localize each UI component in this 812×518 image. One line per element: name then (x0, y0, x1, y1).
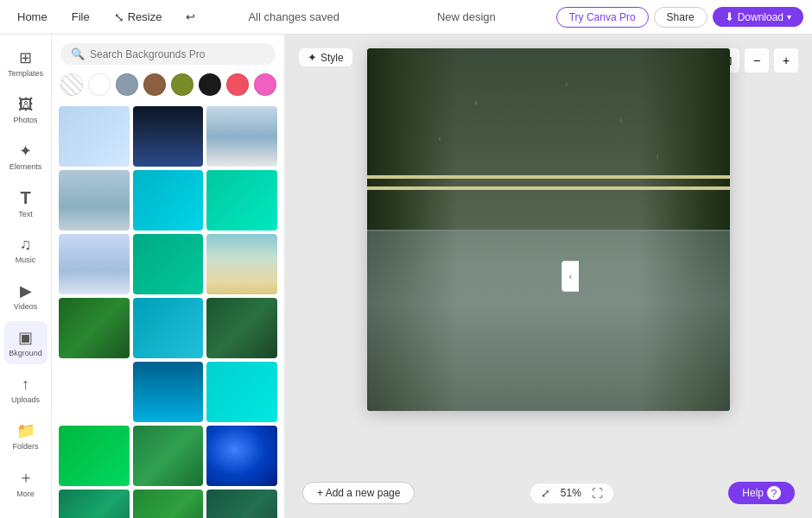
uploads-icon: ↑ (22, 376, 29, 394)
grid-row (59, 490, 277, 518)
zoom-in-btn[interactable]: + (774, 48, 798, 73)
bottom-bar: + Add a new page ⤢ 51% ⛶ Help ? (299, 482, 798, 504)
grid-row (59, 362, 277, 422)
bg-thumbnail[interactable] (133, 298, 204, 358)
text-icon: T (20, 188, 30, 208)
backgrounds-panel: 🔍 (52, 35, 285, 518)
add-page-btn[interactable]: + Add a new page (302, 482, 415, 504)
bg-thumbnail[interactable] (206, 426, 277, 486)
sidebar-label-elements: Elements (10, 162, 42, 171)
fullscreen-icon: ⛶ (592, 487, 603, 500)
templates-icon: ⊞ (19, 48, 32, 67)
bg-thumbnail[interactable] (59, 234, 130, 294)
sidebar-label-bkground: Bkground (9, 349, 42, 357)
design-title: New design (384, 10, 549, 23)
bg-thumbnail[interactable] (59, 298, 130, 358)
fullscreen-btn[interactable]: ⛶ (590, 487, 605, 500)
sidebar-label-folders: Folders (12, 442, 38, 451)
bg-thumbnail[interactable] (206, 298, 277, 358)
bg-thumbnail[interactable] (206, 170, 277, 231)
undo-btn[interactable]: ↩ (177, 7, 204, 27)
canvas-area: ✦ Style ⊞ − + ‹ + Add a new page ⤢ (285, 35, 812, 518)
download-chevron-icon: ▾ (787, 12, 791, 22)
canvas-image (367, 48, 730, 411)
swatch-black[interactable] (199, 73, 221, 96)
home-nav[interactable]: Home (9, 7, 56, 27)
sidebar-item-text[interactable]: T Text (4, 181, 48, 224)
swatch-coral[interactable] (226, 73, 249, 96)
videos-icon: ▶ (20, 281, 32, 300)
help-btn[interactable]: Help ? (728, 482, 795, 504)
sidebar-label-templates: Templates (8, 69, 43, 78)
music-icon: ♫ (20, 236, 32, 254)
style-icon: ✦ (308, 51, 317, 64)
sidebar-label-music: Music (16, 256, 36, 264)
search-icon: 🔍 (71, 47, 85, 60)
image-grid (52, 101, 284, 518)
sidebar-item-elements[interactable]: ✦ Elements (4, 135, 48, 178)
bg-thumbnail[interactable] (133, 170, 204, 231)
sidebar-label-more: More (16, 490, 35, 498)
zoom-percentage: 51% (557, 487, 585, 499)
bg-thumbnail[interactable] (133, 490, 204, 518)
zoom-out-btn[interactable]: − (745, 48, 769, 73)
color-swatches (52, 70, 284, 101)
forest-road-background (367, 48, 730, 411)
sidebar-item-photos[interactable]: 🖼 Photos (4, 88, 48, 131)
bg-thumbnail[interactable] (206, 362, 277, 422)
main-layout: ⊞ Templates 🖼 Photos ✦ Elements T Text ♫… (0, 35, 812, 518)
sidebar-label-videos: Videos (14, 302, 37, 311)
bg-thumbnail[interactable] (206, 234, 277, 294)
sidebar-item-bkground[interactable]: ▣ Bkground (4, 321, 48, 364)
sidebar-item-templates[interactable]: ⊞ Templates (4, 41, 48, 85)
bg-thumbnail[interactable] (59, 490, 130, 518)
style-badge[interactable]: ✦ Style (299, 48, 352, 66)
file-nav[interactable]: File (63, 7, 98, 27)
search-box[interactable]: 🔍 (60, 43, 276, 65)
grid-row (59, 106, 277, 167)
sidebar-label-uploads: Uploads (11, 395, 40, 404)
more-icon: ＋ (18, 467, 34, 488)
swatch-pink[interactable] (254, 73, 276, 96)
swatch-white[interactable] (88, 73, 111, 96)
bg-thumbnail[interactable] (133, 106, 204, 167)
sidebar-item-more[interactable]: ＋ More (4, 461, 48, 504)
question-icon: ? (767, 486, 781, 500)
bg-thumbnail[interactable] (59, 426, 130, 486)
bg-thumbnail[interactable] (133, 426, 204, 486)
sidebar-label-photos: Photos (13, 116, 37, 124)
bg-thumbnail[interactable] (133, 362, 204, 422)
resize-nav[interactable]: ⤡ Resize (105, 7, 171, 28)
share-btn[interactable]: Share (654, 7, 707, 28)
download-btn[interactable]: ⬇ Download ▾ (713, 7, 803, 27)
sidebar-item-uploads[interactable]: ↑ Uploads (4, 368, 48, 411)
bg-thumbnail[interactable] (206, 106, 277, 167)
sidebar-item-videos[interactable]: ▶ Videos (4, 275, 48, 318)
search-input[interactable] (90, 48, 265, 60)
hide-panel-btn[interactable]: ‹ (561, 261, 579, 292)
swatch-pattern[interactable] (60, 73, 83, 96)
swatch-gray[interactable] (116, 73, 138, 96)
sidebar-item-music[interactable]: ♫ Music (4, 228, 48, 271)
zoom-fit-btn[interactable]: ⤢ (539, 487, 552, 500)
download-icon: ⬇ (725, 10, 734, 23)
search-area: 🔍 (52, 35, 284, 70)
sidebar-label-text: Text (18, 210, 33, 218)
try-canva-btn[interactable]: Try Canva Pro (556, 7, 649, 28)
swatch-brown[interactable] (143, 73, 166, 96)
topbar: Home File ⤡ Resize ↩ All changes saved N… (0, 0, 812, 35)
top-right-buttons: Try Canva Pro Share ⬇ Download ▾ (556, 7, 803, 28)
grid-row (59, 426, 277, 486)
changes-saved: All changes saved (211, 10, 377, 23)
grid-row (59, 234, 277, 294)
expand-icon: ⤢ (541, 487, 550, 500)
resize-icon: ⤡ (114, 10, 124, 24)
bg-thumbnail[interactable] (59, 170, 130, 231)
bg-thumbnail[interactable] (206, 490, 277, 518)
bg-thumbnail[interactable] (59, 362, 130, 422)
bg-thumbnail[interactable] (59, 106, 130, 167)
swatch-olive[interactable] (171, 73, 193, 96)
elements-icon: ✦ (19, 142, 32, 161)
sidebar-item-folders[interactable]: 📁 Folders (4, 414, 48, 458)
bg-thumbnail[interactable] (133, 234, 204, 294)
